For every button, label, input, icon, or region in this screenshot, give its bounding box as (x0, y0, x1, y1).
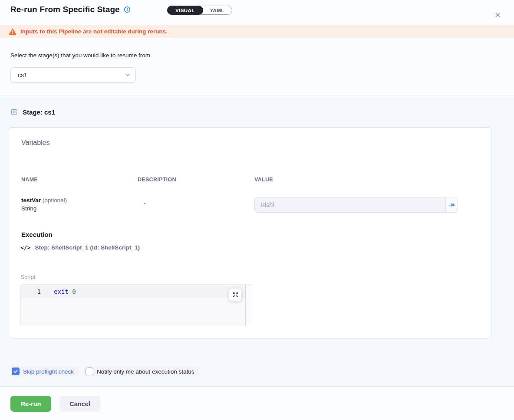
close-icon (494, 12, 501, 18)
variable-type: String (21, 204, 67, 213)
fullscreen-expand-icon (233, 292, 238, 298)
line-number: 1 (21, 288, 41, 295)
warning-triangle-icon (9, 28, 16, 35)
code-step-icon: </> (20, 244, 30, 251)
column-header-value: VALUE (254, 177, 273, 183)
stage-section: Stage: cs1 Variables NAME DESCRIPTION VA… (0, 96, 514, 387)
variable-name: testVar (21, 197, 41, 203)
modal-header: Re-run From Specific Stage VISUAL YAML (0, 0, 514, 25)
variable-description: - (144, 200, 146, 206)
variables-heading: Variables (21, 139, 50, 147)
script-code-editor[interactable]: 1 exit 0 (20, 284, 252, 326)
stage-title: Stage: cs1 (23, 108, 55, 116)
skip-preflight-checkbox[interactable] (12, 368, 20, 375)
notify-me-checkbox[interactable] (86, 368, 93, 375)
checkmark-icon (13, 369, 18, 374)
notify-me-option[interactable]: Notify only me about execution status (84, 366, 199, 377)
warning-banner-text: Inputs to this Pipeline are not editable… (20, 28, 168, 35)
pin-input-type-button[interactable] (445, 197, 458, 212)
rerun-button[interactable]: Re-run (10, 396, 51, 412)
notify-me-label: Notify only me about execution status (97, 368, 194, 375)
variable-value-input[interactable] (255, 197, 445, 212)
stage-select-value: cs1 (18, 72, 27, 79)
variable-optional-note: (optional) (43, 197, 67, 203)
warning-banner: Inputs to this Pipeline are not editable… (0, 25, 514, 38)
code-argument: 0 (72, 288, 76, 295)
step-label: Step: ShellScript_1 (Id: ShellScript_1) (35, 244, 140, 251)
modal-footer: Re-run Cancel (0, 387, 514, 420)
cancel-button[interactable]: Cancel (59, 396, 100, 412)
stage-inputs-card: Variables NAME DESCRIPTION VALUE testVar… (9, 127, 491, 338)
info-icon[interactable] (124, 6, 131, 13)
custom-stage-icon (10, 108, 18, 116)
visual-yaml-toggle: VISUAL YAML (167, 6, 232, 15)
pin-icon (447, 200, 456, 209)
code-keyword: exit (54, 288, 69, 295)
tab-yaml[interactable]: YAML (203, 6, 232, 14)
variable-row-name-cell: testVar (optional) String (21, 196, 67, 213)
close-button[interactable] (493, 10, 502, 19)
script-field-label: Script (20, 274, 36, 280)
skip-preflight-label: Skip preflight check (23, 368, 74, 375)
expand-editor-button[interactable] (229, 289, 241, 301)
stage-select-section: Select the stage(s) that you would like … (0, 38, 514, 95)
code-line: 1 exit 0 (21, 286, 245, 297)
editor-scrollbar[interactable] (245, 285, 252, 326)
variable-value-field (254, 197, 458, 213)
stage-select-dropdown[interactable]: cs1 (10, 67, 136, 83)
tab-visual[interactable]: VISUAL (167, 6, 203, 15)
code-text: exit 0 (54, 288, 76, 295)
chevron-down-icon (125, 72, 131, 78)
page-title: Re-run From Specific Stage (10, 5, 120, 14)
column-header-description: DESCRIPTION (138, 177, 176, 183)
execution-heading: Execution (21, 231, 53, 238)
stage-select-label: Select the stage(s) that you would like … (10, 52, 150, 59)
skip-preflight-option[interactable]: Skip preflight check (10, 366, 79, 377)
column-header-name: NAME (21, 177, 38, 183)
